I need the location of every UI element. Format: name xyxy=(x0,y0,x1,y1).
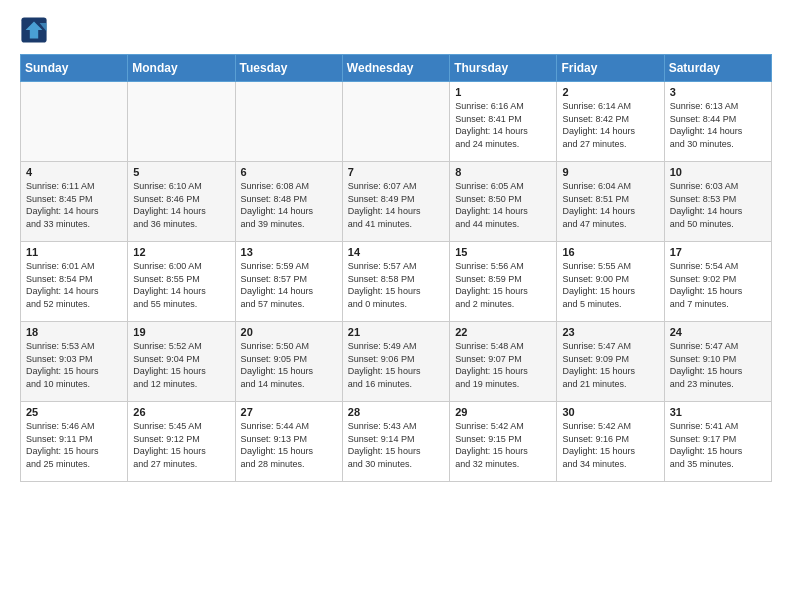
calendar-cell: 9Sunrise: 6:04 AM Sunset: 8:51 PM Daylig… xyxy=(557,162,664,242)
col-header-sunday: Sunday xyxy=(21,55,128,82)
calendar-cell: 17Sunrise: 5:54 AM Sunset: 9:02 PM Dayli… xyxy=(664,242,771,322)
day-number: 19 xyxy=(133,326,229,338)
day-number: 14 xyxy=(348,246,444,258)
calendar-cell: 23Sunrise: 5:47 AM Sunset: 9:09 PM Dayli… xyxy=(557,322,664,402)
calendar-cell: 1Sunrise: 6:16 AM Sunset: 8:41 PM Daylig… xyxy=(450,82,557,162)
calendar-cell: 3Sunrise: 6:13 AM Sunset: 8:44 PM Daylig… xyxy=(664,82,771,162)
day-info: Sunrise: 6:04 AM Sunset: 8:51 PM Dayligh… xyxy=(562,180,658,230)
day-number: 5 xyxy=(133,166,229,178)
day-info: Sunrise: 5:47 AM Sunset: 9:10 PM Dayligh… xyxy=(670,340,766,390)
col-header-monday: Monday xyxy=(128,55,235,82)
col-header-wednesday: Wednesday xyxy=(342,55,449,82)
calendar-week-row: 18Sunrise: 5:53 AM Sunset: 9:03 PM Dayli… xyxy=(21,322,772,402)
day-number: 31 xyxy=(670,406,766,418)
day-info: Sunrise: 5:52 AM Sunset: 9:04 PM Dayligh… xyxy=(133,340,229,390)
calendar-cell: 5Sunrise: 6:10 AM Sunset: 8:46 PM Daylig… xyxy=(128,162,235,242)
calendar-cell: 8Sunrise: 6:05 AM Sunset: 8:50 PM Daylig… xyxy=(450,162,557,242)
day-info: Sunrise: 5:42 AM Sunset: 9:15 PM Dayligh… xyxy=(455,420,551,470)
day-number: 1 xyxy=(455,86,551,98)
calendar-cell: 29Sunrise: 5:42 AM Sunset: 9:15 PM Dayli… xyxy=(450,402,557,482)
logo xyxy=(20,16,52,44)
calendar-cell: 14Sunrise: 5:57 AM Sunset: 8:58 PM Dayli… xyxy=(342,242,449,322)
day-number: 8 xyxy=(455,166,551,178)
calendar-week-row: 11Sunrise: 6:01 AM Sunset: 8:54 PM Dayli… xyxy=(21,242,772,322)
day-info: Sunrise: 5:57 AM Sunset: 8:58 PM Dayligh… xyxy=(348,260,444,310)
calendar-cell: 24Sunrise: 5:47 AM Sunset: 9:10 PM Dayli… xyxy=(664,322,771,402)
day-info: Sunrise: 6:03 AM Sunset: 8:53 PM Dayligh… xyxy=(670,180,766,230)
day-number: 17 xyxy=(670,246,766,258)
day-number: 20 xyxy=(241,326,337,338)
day-info: Sunrise: 5:53 AM Sunset: 9:03 PM Dayligh… xyxy=(26,340,122,390)
day-info: Sunrise: 6:08 AM Sunset: 8:48 PM Dayligh… xyxy=(241,180,337,230)
calendar-cell: 6Sunrise: 6:08 AM Sunset: 8:48 PM Daylig… xyxy=(235,162,342,242)
day-info: Sunrise: 5:47 AM Sunset: 9:09 PM Dayligh… xyxy=(562,340,658,390)
calendar-cell: 13Sunrise: 5:59 AM Sunset: 8:57 PM Dayli… xyxy=(235,242,342,322)
day-number: 9 xyxy=(562,166,658,178)
day-number: 22 xyxy=(455,326,551,338)
day-number: 10 xyxy=(670,166,766,178)
day-info: Sunrise: 6:01 AM Sunset: 8:54 PM Dayligh… xyxy=(26,260,122,310)
day-number: 29 xyxy=(455,406,551,418)
calendar-week-row: 25Sunrise: 5:46 AM Sunset: 9:11 PM Dayli… xyxy=(21,402,772,482)
day-number: 26 xyxy=(133,406,229,418)
calendar-cell: 4Sunrise: 6:11 AM Sunset: 8:45 PM Daylig… xyxy=(21,162,128,242)
day-number: 15 xyxy=(455,246,551,258)
day-info: Sunrise: 6:16 AM Sunset: 8:41 PM Dayligh… xyxy=(455,100,551,150)
calendar-cell: 10Sunrise: 6:03 AM Sunset: 8:53 PM Dayli… xyxy=(664,162,771,242)
col-header-saturday: Saturday xyxy=(664,55,771,82)
calendar-cell: 19Sunrise: 5:52 AM Sunset: 9:04 PM Dayli… xyxy=(128,322,235,402)
day-info: Sunrise: 5:59 AM Sunset: 8:57 PM Dayligh… xyxy=(241,260,337,310)
calendar-week-row: 4Sunrise: 6:11 AM Sunset: 8:45 PM Daylig… xyxy=(21,162,772,242)
logo-icon xyxy=(20,16,48,44)
calendar-cell: 2Sunrise: 6:14 AM Sunset: 8:42 PM Daylig… xyxy=(557,82,664,162)
calendar-cell xyxy=(235,82,342,162)
calendar-cell: 25Sunrise: 5:46 AM Sunset: 9:11 PM Dayli… xyxy=(21,402,128,482)
calendar-cell: 30Sunrise: 5:42 AM Sunset: 9:16 PM Dayli… xyxy=(557,402,664,482)
calendar-page: SundayMondayTuesdayWednesdayThursdayFrid… xyxy=(0,0,792,498)
calendar-cell: 15Sunrise: 5:56 AM Sunset: 8:59 PM Dayli… xyxy=(450,242,557,322)
day-number: 21 xyxy=(348,326,444,338)
calendar-cell: 20Sunrise: 5:50 AM Sunset: 9:05 PM Dayli… xyxy=(235,322,342,402)
col-header-tuesday: Tuesday xyxy=(235,55,342,82)
day-number: 7 xyxy=(348,166,444,178)
calendar-cell: 12Sunrise: 6:00 AM Sunset: 8:55 PM Dayli… xyxy=(128,242,235,322)
calendar-cell xyxy=(21,82,128,162)
calendar-cell xyxy=(128,82,235,162)
calendar-cell: 22Sunrise: 5:48 AM Sunset: 9:07 PM Dayli… xyxy=(450,322,557,402)
day-info: Sunrise: 6:10 AM Sunset: 8:46 PM Dayligh… xyxy=(133,180,229,230)
day-number: 11 xyxy=(26,246,122,258)
day-info: Sunrise: 6:13 AM Sunset: 8:44 PM Dayligh… xyxy=(670,100,766,150)
day-number: 12 xyxy=(133,246,229,258)
day-number: 2 xyxy=(562,86,658,98)
calendar-cell: 21Sunrise: 5:49 AM Sunset: 9:06 PM Dayli… xyxy=(342,322,449,402)
day-info: Sunrise: 5:50 AM Sunset: 9:05 PM Dayligh… xyxy=(241,340,337,390)
day-info: Sunrise: 5:46 AM Sunset: 9:11 PM Dayligh… xyxy=(26,420,122,470)
calendar-cell: 16Sunrise: 5:55 AM Sunset: 9:00 PM Dayli… xyxy=(557,242,664,322)
day-info: Sunrise: 5:48 AM Sunset: 9:07 PM Dayligh… xyxy=(455,340,551,390)
day-number: 16 xyxy=(562,246,658,258)
day-number: 24 xyxy=(670,326,766,338)
day-number: 6 xyxy=(241,166,337,178)
calendar-cell: 18Sunrise: 5:53 AM Sunset: 9:03 PM Dayli… xyxy=(21,322,128,402)
day-info: Sunrise: 5:42 AM Sunset: 9:16 PM Dayligh… xyxy=(562,420,658,470)
day-info: Sunrise: 5:41 AM Sunset: 9:17 PM Dayligh… xyxy=(670,420,766,470)
day-number: 23 xyxy=(562,326,658,338)
day-info: Sunrise: 6:14 AM Sunset: 8:42 PM Dayligh… xyxy=(562,100,658,150)
day-info: Sunrise: 5:44 AM Sunset: 9:13 PM Dayligh… xyxy=(241,420,337,470)
calendar-cell xyxy=(342,82,449,162)
day-number: 30 xyxy=(562,406,658,418)
day-info: Sunrise: 5:56 AM Sunset: 8:59 PM Dayligh… xyxy=(455,260,551,310)
day-number: 13 xyxy=(241,246,337,258)
calendar-week-row: 1Sunrise: 6:16 AM Sunset: 8:41 PM Daylig… xyxy=(21,82,772,162)
day-info: Sunrise: 6:07 AM Sunset: 8:49 PM Dayligh… xyxy=(348,180,444,230)
calendar-table: SundayMondayTuesdayWednesdayThursdayFrid… xyxy=(20,54,772,482)
day-number: 3 xyxy=(670,86,766,98)
col-header-friday: Friday xyxy=(557,55,664,82)
day-number: 28 xyxy=(348,406,444,418)
calendar-cell: 11Sunrise: 6:01 AM Sunset: 8:54 PM Dayli… xyxy=(21,242,128,322)
day-info: Sunrise: 5:49 AM Sunset: 9:06 PM Dayligh… xyxy=(348,340,444,390)
day-info: Sunrise: 6:11 AM Sunset: 8:45 PM Dayligh… xyxy=(26,180,122,230)
col-header-thursday: Thursday xyxy=(450,55,557,82)
header xyxy=(20,16,772,44)
day-number: 25 xyxy=(26,406,122,418)
